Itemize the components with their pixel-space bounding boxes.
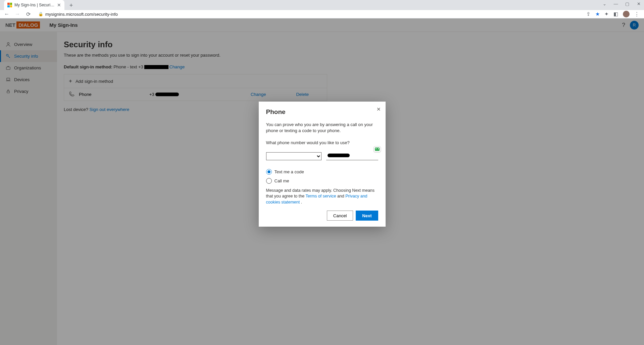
next-button[interactable]: Next [356,211,378,221]
chrome-profile-avatar[interactable] [623,11,630,17]
browser-tab[interactable]: My Sign-Ins | Security Info | Micr ✕ [4,0,64,10]
phone-input-row [266,152,378,160]
window-controls: ⌄ — ▢ ✕ [601,1,642,6]
phone-dialog: ✕ Phone You can prove who you are by ans… [259,102,386,227]
radio-label: Call me [275,178,289,183]
dialog-close-button[interactable]: ✕ [377,106,381,112]
page: NET DIALOG My Sign-Ins ? R Overview Secu… [0,18,644,345]
radio-unselected-icon [266,178,272,184]
back-button[interactable]: ← [3,10,11,18]
chevron-down-icon[interactable]: ⌄ [601,1,608,6]
address-bar[interactable]: 🔒 mysignins.microsoft.com/security-info [35,10,584,18]
bookmark-star-icon[interactable]: ★ [595,11,600,17]
dialog-question: What phone number would you like to use? [266,140,378,146]
password-manager-badge[interactable] [374,146,381,152]
radio-call-me[interactable]: Call me [266,178,378,184]
dialog-actions: Cancel Next [266,211,378,221]
side-panel-icon[interactable]: ◧ [613,11,618,17]
close-window-icon[interactable]: ✕ [635,1,642,6]
terms-of-service-link[interactable]: Terms of service [305,194,336,198]
chrome-menu-icon[interactable]: ⋮ [634,11,639,17]
new-tab-button[interactable]: + [66,1,76,10]
close-tab-icon[interactable]: ✕ [57,2,61,8]
country-code-select[interactable] [266,152,321,160]
toolbar-right: ⇪ ★ ✦ ◧ ⋮ [586,11,641,17]
microsoft-favicon [7,3,12,7]
toolbar: ← → ⟳ 🔒 mysignins.microsoft.com/security… [0,10,644,18]
minimize-icon[interactable]: — [612,1,619,6]
dialog-title: Phone [266,108,378,116]
redacted-value [328,154,350,157]
lock-icon: 🔒 [38,12,43,16]
dialog-disclaimer: Message and data rates may apply. Choosi… [266,188,378,206]
radio-text-code[interactable]: Text me a code [266,169,378,175]
cancel-button[interactable]: Cancel [327,211,353,221]
share-icon[interactable]: ⇪ [586,11,591,17]
extensions-icon[interactable]: ✦ [604,11,609,17]
modal-overlay[interactable]: ✕ Phone You can prove who you are by ans… [0,18,644,345]
tab-title: My Sign-Ins | Security Info | Micr [14,3,55,7]
dialog-intro: You can prove who you are by answering a… [266,122,378,134]
tab-strip: My Sign-Ins | Security Info | Micr ✕ + ⌄… [0,0,644,10]
forward-button[interactable]: → [13,10,21,18]
reload-button[interactable]: ⟳ [24,10,32,18]
radio-label: Text me a code [275,169,304,174]
browser-chrome: My Sign-Ins | Security Info | Micr ✕ + ⌄… [0,0,644,18]
maximize-icon[interactable]: ▢ [624,1,631,6]
radio-selected-icon [266,169,272,175]
url-text: mysignins.microsoft.com/security-info [45,12,118,17]
